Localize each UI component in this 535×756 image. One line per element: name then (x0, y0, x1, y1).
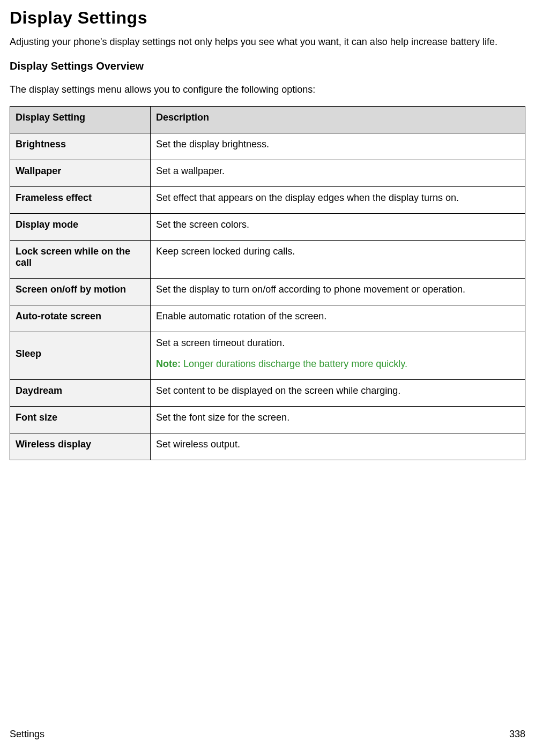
description-text: Keep screen locked during calls. (156, 246, 519, 257)
table-row: BrightnessSet the display brightness. (10, 133, 525, 160)
setting-name-cell: Auto-rotate screen (10, 305, 151, 332)
setting-name-cell: Wireless display (10, 433, 151, 460)
setting-description-cell: Set the font size for the screen. (151, 407, 525, 433)
settings-table: Display Setting Description BrightnessSe… (10, 106, 525, 460)
setting-description-cell: Set the screen colors. (151, 214, 525, 241)
table-row: Display modeSet the screen colors. (10, 214, 525, 241)
table-row: Frameless effectSet effect that appears … (10, 187, 525, 214)
page-footer: Settings 338 (10, 729, 525, 740)
description-text: Set a wallpaper. (156, 166, 519, 177)
setting-name-cell: Lock screen while on the call (10, 241, 151, 279)
page-title: Display Settings (10, 8, 525, 28)
setting-description-cell: Set a screen timeout duration.Note: Long… (151, 332, 525, 380)
note-text: Note: Longer durations discharge the bat… (156, 358, 519, 370)
overview-heading: Display Settings Overview (10, 60, 525, 72)
setting-name-cell: Daydream (10, 380, 151, 407)
setting-description-cell: Set a wallpaper. (151, 160, 525, 187)
table-row: WallpaperSet a wallpaper. (10, 160, 525, 187)
setting-description-cell: Keep screen locked during calls. (151, 241, 525, 279)
footer-page-number: 338 (509, 729, 525, 740)
table-row: Lock screen while on the callKeep screen… (10, 241, 525, 279)
setting-name-cell: Font size (10, 407, 151, 433)
table-row: Wireless displaySet wireless output. (10, 433, 525, 460)
table-row: Screen on/off by motionSet the display t… (10, 279, 525, 305)
description-text: Set the screen colors. (156, 219, 519, 230)
table-header-setting: Display Setting (10, 107, 151, 133)
table-row: DaydreamSet content to be displayed on t… (10, 380, 525, 407)
setting-name-cell: Screen on/off by motion (10, 279, 151, 305)
setting-name-cell: Sleep (10, 332, 151, 380)
description-text: Set wireless output. (156, 439, 519, 450)
overview-lead: The display settings menu allows you to … (10, 84, 525, 95)
setting-name-cell: Display mode (10, 214, 151, 241)
description-text: Enable automatic rotation of the screen. (156, 311, 519, 322)
setting-description-cell: Set wireless output. (151, 433, 525, 460)
setting-description-cell: Enable automatic rotation of the screen. (151, 305, 525, 332)
footer-section: Settings (10, 729, 44, 740)
description-text: Set the display to turn on/off according… (156, 284, 519, 295)
description-text: Set content to be displayed on the scree… (156, 385, 519, 396)
table-row: Auto-rotate screenEnable automatic rotat… (10, 305, 525, 332)
setting-description-cell: Set effect that appears on the display e… (151, 187, 525, 214)
description-text: Set a screen timeout duration. (156, 338, 519, 349)
intro-paragraph: Adjusting your phone's display settings … (10, 35, 525, 48)
description-text: Set the display brightness. (156, 139, 519, 150)
table-row: SleepSet a screen timeout duration.Note:… (10, 332, 525, 380)
table-header-description: Description (151, 107, 525, 133)
table-row: Font sizeSet the font size for the scree… (10, 407, 525, 433)
setting-description-cell: Set content to be displayed on the scree… (151, 380, 525, 407)
setting-name-cell: Wallpaper (10, 160, 151, 187)
setting-description-cell: Set the display brightness. (151, 133, 525, 160)
setting-name-cell: Brightness (10, 133, 151, 160)
setting-description-cell: Set the display to turn on/off according… (151, 279, 525, 305)
setting-name-cell: Frameless effect (10, 187, 151, 214)
description-text: Set effect that appears on the display e… (156, 192, 519, 204)
description-text: Set the font size for the screen. (156, 412, 519, 423)
